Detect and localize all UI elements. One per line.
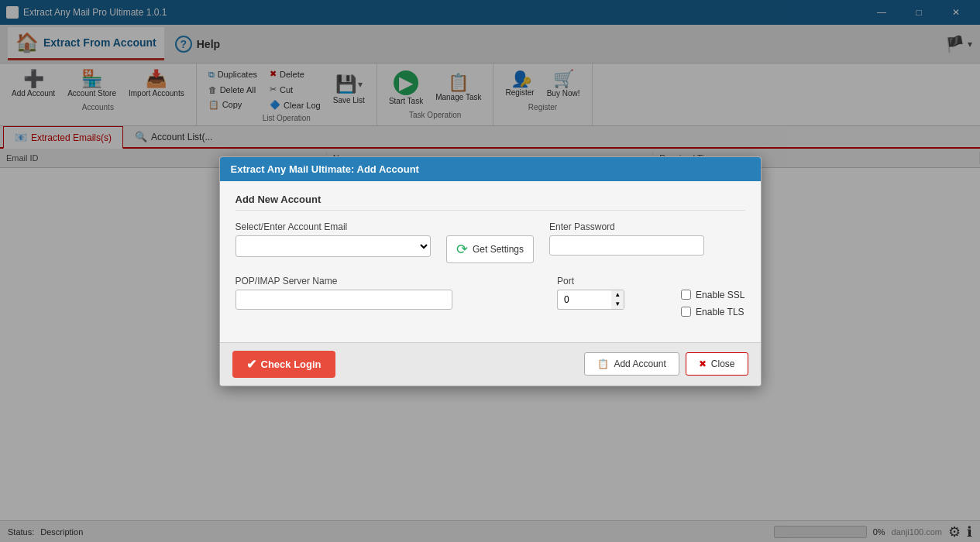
add-account-dialog: Extract Any Mail Ultimate: Add Account A… — [219, 156, 762, 386]
account-email-label: Select/Enter Account Email — [236, 221, 431, 232]
close-dialog-button[interactable]: ✖ Close — [686, 352, 748, 376]
server-name-group: POP/IMAP Server Name — [236, 276, 542, 310]
get-settings-icon: ⟳ — [456, 241, 468, 258]
dialog-row-1: Select/Enter Account Email ⟳ Get Setting… — [236, 221, 745, 263]
ssl-checkbox-input[interactable] — [681, 290, 691, 300]
dialog-footer-right: 📋 Add Account ✖ Close — [584, 352, 748, 376]
enable-tls-label: Enable TLS — [696, 307, 744, 317]
close-dialog-label: Close — [711, 358, 735, 369]
add-account-dialog-label: Add Account — [614, 358, 665, 369]
tls-checkbox-input[interactable] — [681, 307, 691, 317]
add-account-dialog-button[interactable]: 📋 Add Account — [584, 352, 679, 376]
dialog-footer: ✔ Check Login 📋 Add Account ✖ Close — [220, 342, 761, 386]
enable-tls-checkbox[interactable]: Enable TLS — [681, 307, 744, 317]
port-label: Port — [557, 276, 650, 286]
account-email-select[interactable] — [236, 235, 431, 257]
get-settings-label: Get Settings — [473, 244, 524, 255]
password-label: Enter Password — [549, 221, 744, 232]
server-name-label: POP/IMAP Server Name — [236, 276, 542, 286]
add-account-dialog-icon: 📋 — [597, 358, 609, 369]
ssl-tls-group: Enable SSL Enable TLS — [681, 290, 744, 317]
port-decrement-btn[interactable]: ▼ — [611, 300, 624, 309]
dialog-body: Add New Account Select/Enter Account Ema… — [220, 181, 761, 342]
check-login-button[interactable]: ✔ Check Login — [232, 351, 335, 378]
check-login-icon: ✔ — [246, 357, 256, 372]
port-input-group: ▲ ▼ — [557, 290, 650, 310]
password-input[interactable] — [549, 235, 704, 256]
password-group: Enter Password — [549, 221, 744, 256]
dialog-section-title: Add New Account — [236, 194, 745, 211]
enable-ssl-label: Enable SSL — [696, 290, 744, 300]
account-email-group: Select/Enter Account Email — [236, 221, 431, 257]
dialog-titlebar: Extract Any Mail Ultimate: Add Account — [220, 157, 761, 181]
port-increment-btn[interactable]: ▲ — [611, 290, 624, 300]
port-input[interactable] — [557, 290, 611, 310]
modal-overlay: Extract Any Mail Ultimate: Add Account A… — [0, 0, 980, 542]
close-dialog-icon: ✖ — [699, 358, 707, 369]
server-name-input[interactable] — [236, 290, 452, 310]
dialog-title: Extract Any Mail Ultimate: Add Account — [231, 163, 419, 175]
check-login-label: Check Login — [261, 358, 322, 370]
dialog-row-2: POP/IMAP Server Name Port ▲ ▼ — [236, 276, 745, 317]
port-spinners: ▲ ▼ — [611, 290, 624, 310]
enable-ssl-checkbox[interactable]: Enable SSL — [681, 290, 744, 300]
port-group: Port ▲ ▼ — [557, 276, 650, 310]
get-settings-button[interactable]: ⟳ Get Settings — [446, 235, 534, 263]
